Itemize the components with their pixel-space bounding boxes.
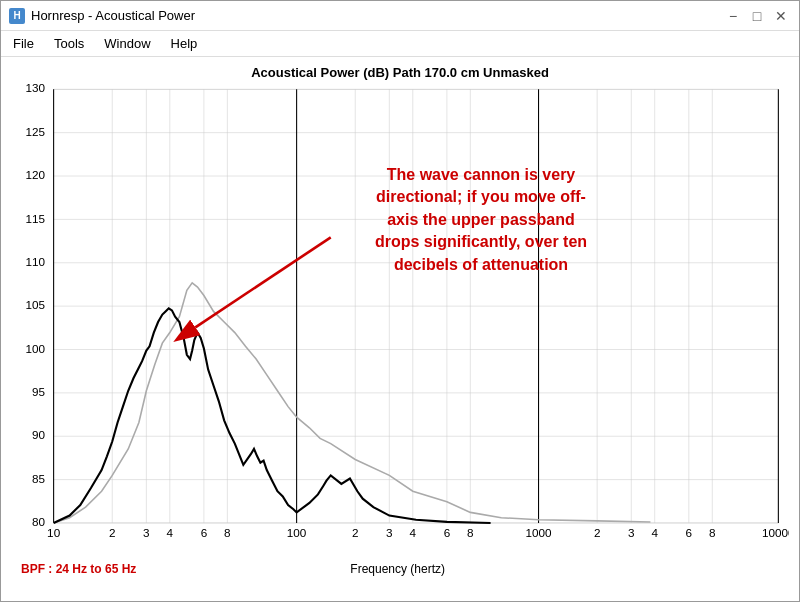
close-button[interactable]: ✕ bbox=[771, 6, 791, 26]
svg-text:3: 3 bbox=[143, 526, 150, 539]
svg-text:8: 8 bbox=[467, 526, 474, 539]
svg-text:3: 3 bbox=[386, 526, 393, 539]
svg-text:10: 10 bbox=[47, 526, 61, 539]
svg-text:110: 110 bbox=[26, 255, 46, 268]
svg-text:6: 6 bbox=[686, 526, 693, 539]
svg-text:6: 6 bbox=[444, 526, 451, 539]
svg-text:115: 115 bbox=[26, 212, 46, 225]
menu-tools[interactable]: Tools bbox=[46, 34, 92, 53]
svg-text:2: 2 bbox=[109, 526, 116, 539]
svg-text:130: 130 bbox=[26, 84, 46, 94]
frequency-axis-label: Frequency (hertz) bbox=[350, 562, 445, 576]
svg-text:1000: 1000 bbox=[526, 526, 553, 539]
title-controls: − □ ✕ bbox=[723, 6, 791, 26]
svg-text:6: 6 bbox=[201, 526, 208, 539]
app-icon: H bbox=[9, 8, 25, 24]
menu-file[interactable]: File bbox=[5, 34, 42, 53]
svg-text:2: 2 bbox=[594, 526, 601, 539]
svg-text:105: 105 bbox=[26, 298, 46, 311]
svg-text:4: 4 bbox=[410, 526, 417, 539]
svg-text:10000: 10000 bbox=[762, 526, 789, 539]
chart-footer: BPF : 24 Hz to 65 Hz Frequency (hertz) bbox=[11, 560, 789, 580]
bpf-label: BPF : 24 Hz to 65 Hz bbox=[21, 562, 136, 576]
svg-text:8: 8 bbox=[224, 526, 231, 539]
chart-title: Acoustical Power (dB) Path 170.0 cm Unma… bbox=[11, 65, 789, 80]
menu-help[interactable]: Help bbox=[163, 34, 206, 53]
window-title: Hornresp - Acoustical Power bbox=[31, 8, 195, 23]
chart-area: Acoustical Power (dB) Path 170.0 cm Unma… bbox=[1, 57, 799, 601]
svg-text:3: 3 bbox=[628, 526, 635, 539]
svg-text:100: 100 bbox=[287, 526, 307, 539]
svg-text:90: 90 bbox=[32, 428, 46, 441]
svg-text:4: 4 bbox=[651, 526, 658, 539]
svg-text:100: 100 bbox=[26, 342, 46, 355]
svg-text:80: 80 bbox=[32, 515, 46, 528]
svg-text:125: 125 bbox=[26, 125, 46, 138]
svg-text:8: 8 bbox=[709, 526, 716, 539]
svg-text:2: 2 bbox=[352, 526, 359, 539]
chart-container: 80 85 90 95 100 105 110 115 120 125 bbox=[11, 84, 789, 560]
title-bar: H Hornresp - Acoustical Power − □ ✕ bbox=[1, 1, 799, 31]
svg-text:120: 120 bbox=[26, 168, 46, 181]
maximize-button[interactable]: □ bbox=[747, 6, 767, 26]
menu-window[interactable]: Window bbox=[96, 34, 158, 53]
title-bar-left: H Hornresp - Acoustical Power bbox=[9, 8, 195, 24]
chart-svg: 80 85 90 95 100 105 110 115 120 125 bbox=[11, 84, 789, 560]
svg-text:95: 95 bbox=[32, 385, 45, 398]
main-window: H Hornresp - Acoustical Power − □ ✕ File… bbox=[0, 0, 800, 602]
menu-bar: File Tools Window Help bbox=[1, 31, 799, 57]
minimize-button[interactable]: − bbox=[723, 6, 743, 26]
svg-text:85: 85 bbox=[32, 472, 45, 485]
svg-text:4: 4 bbox=[167, 526, 174, 539]
